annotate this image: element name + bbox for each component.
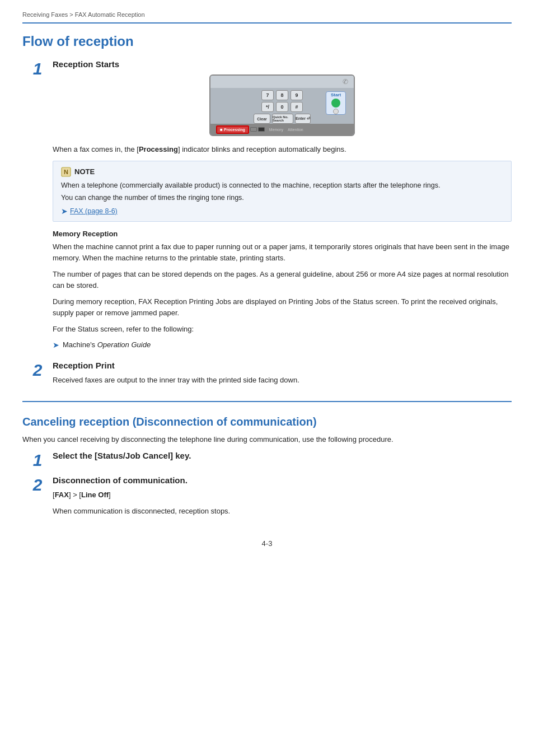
note-line2: You can change the number of times the r… [61, 193, 503, 203]
operation-guide-text: Machine's Operation Guide [63, 340, 151, 349]
cancel-step1-heading: Select the [Status/Job Cancel] key. [53, 451, 512, 460]
step1-heading: Reception Starts [53, 59, 512, 69]
page: Receiving Faxes > FAX Automatic Receptio… [0, 0, 534, 570]
step1-body: When a fax comes in, the [Processing] in… [53, 144, 512, 155]
step1-number: 1 [22, 60, 53, 77]
memory-reception-line2: The number of pages that can be stored d… [53, 269, 512, 291]
note-box: N NOTE When a telephone (commercially av… [53, 161, 512, 222]
attention-indicator [258, 127, 265, 132]
memory-label: Memory [269, 128, 283, 132]
note-line1: When a telephone (commercially available… [61, 180, 503, 191]
key-quick: Quick No. Search [272, 114, 293, 124]
note-link-text[interactable]: FAX (page 8-6) [70, 207, 118, 215]
lineoff-bold: Line Off [81, 491, 109, 499]
page-number: 4-3 [22, 539, 512, 548]
step1-row: 1 Reception Starts ✆ 7 8 9 * [22, 59, 512, 353]
memory-reception-line4: For the Status screen, refer to the foll… [53, 324, 512, 335]
cancel-step2-heading: Disconnection of communication. [53, 475, 512, 485]
note-label: NOTE [74, 167, 95, 176]
key-star: */ [261, 102, 274, 112]
bullet-arrow-icon: ➤ [53, 340, 59, 349]
cancel-step2-sublabel: [FAX] > [Line Off] [53, 489, 512, 501]
cancel-step1-row: 1 Select the [Status/Job Cancel] key. [22, 451, 512, 469]
key-7: 7 [261, 90, 274, 100]
cancel-step2-number: 2 [22, 477, 53, 493]
processing-indicator: ■ Processing [216, 125, 249, 134]
attention-label: Attention [288, 128, 303, 132]
section2-title: Canceling reception (Disconnection of co… [22, 416, 512, 428]
fax-panel-top: ✆ [210, 76, 354, 88]
memory-reception-line3: During memory reception, FAX Reception P… [53, 296, 512, 318]
note-icon: N [61, 167, 71, 177]
operation-guide-italic: Operation Guide [97, 340, 151, 349]
cancel-step1-number: 1 [22, 452, 53, 469]
breadcrumb: Receiving Faxes > FAX Automatic Receptio… [22, 11, 512, 24]
key-hash: # [291, 102, 303, 112]
cancel-step2-row: 2 Disconnection of communication. [FAX] … [22, 475, 512, 522]
fax-image-wrap: ✆ 7 8 9 */ 0 # Clear Quick [53, 74, 512, 136]
section1-title: Flow of reception [22, 34, 512, 49]
arrow-right-icon: ➤ [61, 207, 68, 216]
fax-status-bar: ■ Processing Memory Attention [210, 124, 354, 135]
key-9: 9 [291, 90, 303, 100]
cancel-step2-body: When communication is disconnected, rece… [53, 506, 512, 517]
step2-row: 2 Reception Print Received faxes are out… [22, 361, 512, 391]
fax-panel: ✆ 7 8 9 */ 0 # Clear Quick [209, 74, 355, 136]
step2-body: Received faxes are output to the inner t… [53, 375, 512, 386]
start-button: Start [326, 91, 346, 115]
fax-bold: FAX [55, 491, 69, 499]
note-svg-icon: N [61, 167, 71, 177]
cancel-step1-content: Select the [Status/Job Cancel] key. [53, 451, 512, 465]
memory-reception-line1: When the machine cannot print a fax due … [53, 241, 512, 263]
svg-text:N: N [64, 169, 68, 175]
note-link[interactable]: ➤ FAX (page 8-6) [61, 207, 503, 216]
section2-intro: When you cancel receiving by disconnecti… [22, 434, 512, 445]
step2-content: Reception Print Received faxes are outpu… [53, 361, 512, 391]
start-circle [331, 99, 340, 108]
memory-reception-heading: Memory Reception [53, 230, 512, 238]
section-divider [22, 401, 512, 402]
key-enter: Enter ⏎ [295, 114, 311, 124]
step2-heading: Reception Print [53, 361, 512, 370]
key-clear: Clear [254, 114, 270, 124]
processing-bold: Processing [139, 145, 178, 153]
key-0: 0 [276, 102, 288, 112]
key-8: 8 [276, 90, 288, 100]
step2-number: 2 [22, 362, 53, 379]
memory-indicator [250, 127, 257, 132]
note-header: N NOTE [61, 167, 503, 177]
step1-content: Reception Starts ✆ 7 8 9 */ [53, 59, 512, 353]
cancel-step2-content: Disconnection of communication. [FAX] > … [53, 475, 512, 522]
keypad-row3: Clear Quick No. Search Enter ⏎ [210, 114, 354, 124]
operation-guide-bullet: ➤ Machine's Operation Guide [53, 340, 512, 349]
